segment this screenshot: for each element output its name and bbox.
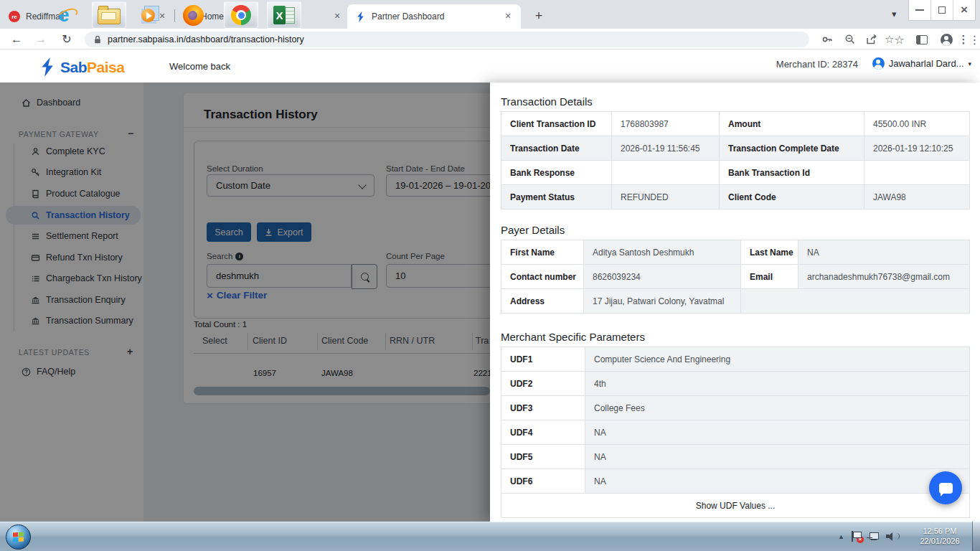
detail-label: Contact number bbox=[501, 265, 584, 289]
table-row: UDF4 NA bbox=[501, 420, 970, 445]
tab-close-icon[interactable]: × bbox=[502, 11, 514, 22]
taskbar-media-player[interactable] bbox=[138, 4, 162, 26]
table-row: Client Transaction ID 1768803987 Amount … bbox=[501, 112, 970, 136]
tab-search-chevron-icon[interactable]: ▾ bbox=[892, 9, 897, 19]
url-text[interactable]: partner.sabpaisa.in/dashboard/transactio… bbox=[108, 34, 304, 44]
chrome-icon bbox=[231, 5, 251, 25]
taskbar-chrome[interactable] bbox=[224, 1, 258, 29]
empty-cell bbox=[741, 289, 970, 314]
tab-title: Rediffmail bbox=[26, 11, 151, 22]
taskbar-internet-explorer[interactable]: e bbox=[52, 4, 76, 26]
back-button[interactable] bbox=[9, 32, 24, 47]
table-row: First Name Aditya Santosh Deshmukh Last … bbox=[501, 240, 970, 265]
forward-button[interactable] bbox=[33, 32, 49, 47]
detail-value bbox=[612, 161, 720, 185]
chat-fab-button[interactable] bbox=[929, 471, 962, 504]
tab-close-icon[interactable]: × bbox=[331, 11, 343, 22]
transaction-details-table: Client Transaction ID 1768803987 Amount … bbox=[501, 111, 970, 209]
table-row: UDF5 NA bbox=[501, 445, 970, 469]
side-panel-glyph bbox=[916, 35, 928, 44]
reload-button[interactable] bbox=[59, 32, 75, 47]
detail-value: NA bbox=[798, 240, 970, 265]
udf-table: UDF1 Computer Science And Engineering UD… bbox=[501, 347, 970, 518]
folder-icon bbox=[98, 9, 121, 24]
sabpaisa-logo-icon bbox=[39, 57, 56, 77]
detail-value: 45500.00 INR bbox=[864, 112, 970, 136]
close-button[interactable] bbox=[953, 0, 975, 20]
detail-label: Transaction Complete Date bbox=[720, 136, 864, 161]
bookmark-star-icon[interactable]: ☆ bbox=[888, 33, 901, 46]
detail-label: Email bbox=[741, 265, 798, 289]
taskbar-firefox[interactable] bbox=[181, 4, 205, 26]
detail-value: 8626039234 bbox=[584, 265, 741, 289]
table-row: Payment Status REFUNDED Client Code JAWA… bbox=[501, 185, 970, 209]
detail-value: 1768803987 bbox=[612, 112, 720, 136]
share-icon[interactable] bbox=[865, 33, 878, 46]
user-caret-icon: ▾ bbox=[968, 60, 971, 67]
chat-bubble-icon bbox=[939, 483, 953, 494]
action-center-flag-icon[interactable]: × bbox=[852, 531, 861, 542]
detail-label: Transaction Date bbox=[501, 136, 612, 161]
show-desktop-button[interactable] bbox=[972, 522, 980, 551]
table-row: Transaction Date 2026-01-19 11:56:45 Tra… bbox=[501, 136, 970, 161]
udf-value: NA bbox=[585, 469, 970, 494]
detail-value: JAWA98 bbox=[864, 185, 970, 209]
windows-flag-icon bbox=[13, 532, 24, 542]
sabpaisa-favicon bbox=[354, 11, 366, 22]
table-row: UDF6 NA bbox=[501, 469, 970, 494]
udf-value: NA bbox=[585, 445, 970, 469]
udf-label: UDF1 bbox=[501, 347, 585, 372]
detail-label: Amount bbox=[720, 112, 864, 136]
detail-label: Address bbox=[501, 289, 584, 314]
address-bar[interactable]: partner.sabpaisa.in/dashboard/transactio… bbox=[85, 32, 809, 47]
firefox-icon bbox=[183, 5, 204, 26]
sabpaisa-logo[interactable]: SabPaisa bbox=[39, 57, 124, 77]
rediffmail-favicon: re bbox=[9, 11, 20, 22]
show-udf-values-link[interactable]: Show UDF Values ... bbox=[501, 494, 970, 518]
detail-label: First Name bbox=[501, 240, 584, 265]
welcome-text: Welcome back bbox=[169, 61, 230, 72]
clock-date: 22/01/2026 bbox=[913, 536, 967, 546]
table-row: UDF1 Computer Science And Engineering bbox=[501, 347, 970, 372]
profile-avatar[interactable] bbox=[940, 33, 953, 46]
transaction-details-title: Transaction Details bbox=[501, 95, 593, 108]
zoom-out-icon[interactable] bbox=[844, 33, 857, 46]
window-controls bbox=[908, 0, 976, 21]
logo-text-paisa: Paisa bbox=[87, 59, 124, 75]
table-row: UDF3 College Fees bbox=[501, 396, 970, 420]
volume-icon[interactable] bbox=[886, 532, 896, 541]
detail-value: REFUNDED bbox=[612, 185, 720, 209]
internet-explorer-icon: e bbox=[58, 6, 69, 24]
side-panel-icon[interactable] bbox=[915, 33, 928, 46]
logo-text-sab: Sab bbox=[60, 59, 87, 75]
detail-value: archanadeshmukh76738@gmail.com bbox=[798, 265, 970, 289]
taskbar-file-explorer[interactable] bbox=[92, 1, 126, 29]
table-row: UDF2 4th bbox=[501, 372, 970, 396]
detail-value bbox=[864, 161, 970, 185]
merchant-parameters-title: Merchant Specific Parameters bbox=[501, 331, 645, 343]
taskbar-clock[interactable]: 12:56 PM 22/01/2026 bbox=[913, 526, 967, 546]
restore-button[interactable] bbox=[930, 0, 953, 20]
table-row: Bank Response Bank Transaction Id bbox=[501, 161, 970, 185]
merchant-id: Merchant ID: 28374 bbox=[776, 59, 858, 70]
tray-expand-icon[interactable]: ▲ bbox=[838, 533, 844, 540]
system-tray: ▲ × bbox=[838, 522, 903, 551]
browser-menu-icon[interactable]: ⋮ bbox=[963, 33, 976, 46]
udf-label: UDF2 bbox=[501, 372, 585, 396]
new-tab-button[interactable]: + bbox=[529, 7, 548, 26]
user-name: Jawaharlal Dard... bbox=[889, 58, 964, 69]
password-key-icon[interactable] bbox=[821, 33, 834, 46]
windows-start-icon bbox=[6, 524, 31, 550]
detail-label: Bank Transaction Id bbox=[720, 161, 864, 185]
start-button[interactable] bbox=[6, 524, 31, 550]
tab-partner-dashboard[interactable]: Partner Dashboard × bbox=[347, 4, 521, 29]
minimize-button[interactable] bbox=[909, 0, 930, 20]
udf-value: 4th bbox=[585, 372, 970, 396]
udf-label: UDF4 bbox=[501, 420, 585, 445]
user-menu[interactable]: Jawaharlal Dard... ▾ bbox=[872, 57, 971, 70]
network-icon[interactable] bbox=[868, 532, 879, 542]
taskbar-excel[interactable]: X bbox=[267, 1, 301, 29]
detail-value: Aditya Santosh Deshmukh bbox=[584, 240, 741, 265]
screen: re Rediffmail × ✱ Home × Partner Dashboa… bbox=[0, 0, 980, 551]
udf-value: NA bbox=[585, 420, 970, 445]
